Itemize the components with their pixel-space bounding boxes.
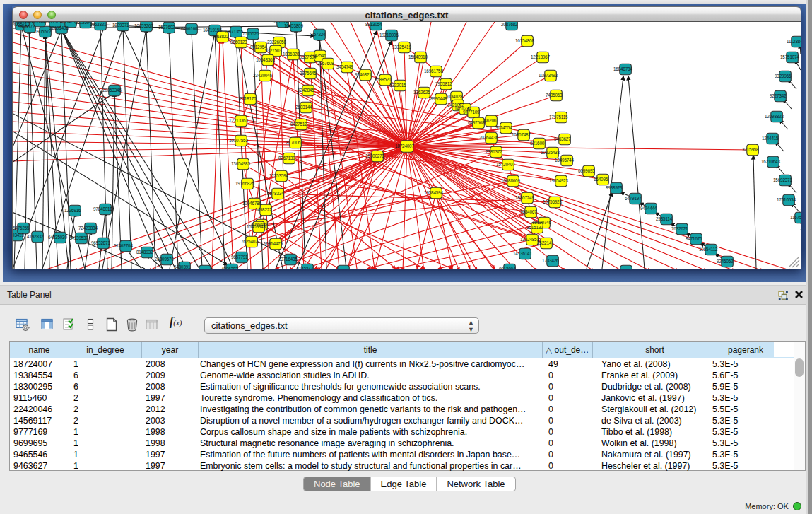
svg-text:10688609: 10688609 <box>501 178 520 183</box>
svg-text:18807249: 18807249 <box>515 195 534 200</box>
svg-text:6466160: 6466160 <box>181 26 198 31</box>
svg-text:1733426: 1733426 <box>542 258 559 263</box>
svg-text:1615594: 1615594 <box>75 22 92 25</box>
svg-text:4192832: 4192832 <box>27 234 44 239</box>
svg-text:13654983: 13654983 <box>231 161 250 166</box>
svg-text:10653267: 10653267 <box>134 23 153 28</box>
svg-text:10543362: 10543362 <box>256 57 275 62</box>
svg-text:8990448: 8990448 <box>430 96 447 101</box>
svg-text:16210643: 16210643 <box>761 159 780 164</box>
svg-text:2367608: 2367608 <box>317 61 334 66</box>
svg-text:9912004: 9912004 <box>499 267 516 269</box>
svg-text:9463627: 9463627 <box>554 136 571 141</box>
svg-text:1809371: 1809371 <box>112 23 129 28</box>
svg-text:8938923: 8938923 <box>606 185 623 190</box>
svg-text:8471676: 8471676 <box>686 236 702 241</box>
svg-text:13716485: 13716485 <box>278 257 298 262</box>
svg-text:8660123: 8660123 <box>230 40 247 45</box>
svg-text:252214: 252214 <box>537 240 552 245</box>
svg-text:2603144: 2603144 <box>295 105 312 110</box>
svg-text:17010534: 17010534 <box>777 197 796 202</box>
svg-text:8820411: 8820411 <box>333 268 350 269</box>
svg-text:8267130: 8267130 <box>278 156 295 160</box>
svg-text:23226058: 23226058 <box>267 40 286 45</box>
svg-text:10719155: 10719155 <box>203 28 222 33</box>
svg-text:1615132: 1615132 <box>526 225 543 230</box>
svg-text:12353594: 12353594 <box>269 173 288 178</box>
svg-text:8123345: 8123345 <box>616 268 632 269</box>
svg-text:16848784: 16848784 <box>613 66 632 71</box>
svg-text:8148932: 8148932 <box>136 250 153 255</box>
svg-text:1142344: 1142344 <box>297 267 314 269</box>
svg-text:0433218: 0433218 <box>13 22 30 23</box>
svg-text:1226916: 1226916 <box>64 208 81 213</box>
svg-text:18300273: 18300273 <box>365 153 384 158</box>
svg-text:5578334: 5578334 <box>267 191 284 196</box>
svg-text:10107553: 10107553 <box>229 138 248 143</box>
svg-text:1167534: 1167534 <box>790 215 801 220</box>
svg-text:16120746: 16120746 <box>532 220 551 225</box>
svg-text:93103413: 93103413 <box>13 233 24 238</box>
svg-text:10807487: 10807487 <box>512 132 531 137</box>
svg-text:1112384: 1112384 <box>787 39 801 44</box>
svg-text:9684067: 9684067 <box>520 209 537 214</box>
svg-text:3215958: 3215958 <box>742 147 759 152</box>
svg-text:7182278: 7182278 <box>194 268 211 269</box>
svg-text:621600: 621600 <box>530 141 545 146</box>
svg-text:28809570: 28809570 <box>155 257 174 262</box>
svg-text:1362625: 1362625 <box>413 90 430 95</box>
svg-text:2935114: 2935114 <box>656 216 673 221</box>
svg-text:7357224: 7357224 <box>309 32 326 37</box>
svg-text:4896383: 4896383 <box>221 267 238 269</box>
svg-text:9227342: 9227342 <box>770 93 787 98</box>
svg-text:7515526: 7515526 <box>242 31 259 36</box>
svg-text:19654923: 19654923 <box>549 178 568 183</box>
svg-text:10756928: 10756928 <box>543 199 562 204</box>
svg-text:10025438: 10025438 <box>541 150 560 155</box>
svg-text:19584594: 19584594 <box>424 190 443 195</box>
svg-text:19218906: 19218906 <box>379 33 399 37</box>
svg-text:72423884: 72423884 <box>78 226 98 230</box>
svg-text:1322015: 1322015 <box>389 83 406 88</box>
svg-text:64139537: 64139537 <box>69 235 88 240</box>
svg-text:20053346: 20053346 <box>102 88 122 93</box>
svg-text:5430391: 5430391 <box>174 264 191 269</box>
svg-text:19166825: 19166825 <box>235 181 254 186</box>
svg-text:3624554: 3624554 <box>495 125 512 130</box>
svg-text:9245052: 9245052 <box>717 259 734 264</box>
svg-text:18495744: 18495744 <box>555 158 574 163</box>
svg-text:13325419: 13325419 <box>392 45 411 49</box>
svg-text:22691406: 22691406 <box>49 25 69 30</box>
svg-text:9600133: 9600133 <box>29 22 46 23</box>
svg-text:3454749: 3454749 <box>336 64 353 69</box>
svg-text:7663822: 7663822 <box>212 34 229 39</box>
svg-text:9242845: 9242845 <box>298 88 314 93</box>
svg-text:746206: 746206 <box>482 118 497 123</box>
svg-text:20364436: 20364436 <box>479 135 498 140</box>
svg-text:17975115: 17975115 <box>549 115 568 119</box>
svg-text:16914479: 16914479 <box>264 241 283 246</box>
svg-text:2342546: 2342546 <box>310 53 326 58</box>
svg-text:7625402: 7625402 <box>241 239 258 244</box>
svg-text:12093822: 12093822 <box>765 114 784 119</box>
svg-text:1836328: 1836328 <box>283 52 300 57</box>
svg-text:16053809: 16053809 <box>284 23 303 28</box>
svg-text:9474444: 9474444 <box>640 206 657 211</box>
svg-text:9329966: 9329966 <box>775 74 792 78</box>
svg-text:97848018: 97848018 <box>93 206 112 211</box>
svg-text:15640910: 15640910 <box>408 54 428 59</box>
svg-text:9777109: 9777109 <box>463 110 480 115</box>
svg-text:12213363: 12213363 <box>229 118 248 123</box>
svg-text:96532871: 96532871 <box>91 240 110 245</box>
svg-text:2386372: 2386372 <box>486 149 502 154</box>
svg-text:9657791: 9657791 <box>231 255 248 259</box>
svg-text:6099695: 6099695 <box>578 168 595 173</box>
svg-text:3875645: 3875645 <box>300 71 317 76</box>
svg-text:817006: 817006 <box>286 140 301 145</box>
svg-text:905572: 905572 <box>20 24 35 29</box>
svg-text:9146821: 9146821 <box>355 72 372 77</box>
svg-text:6475255: 6475255 <box>13 226 30 230</box>
svg-text:15720407: 15720407 <box>496 162 515 167</box>
svg-text:64835030: 64835030 <box>48 235 67 240</box>
svg-text:10654112: 10654112 <box>699 247 718 252</box>
